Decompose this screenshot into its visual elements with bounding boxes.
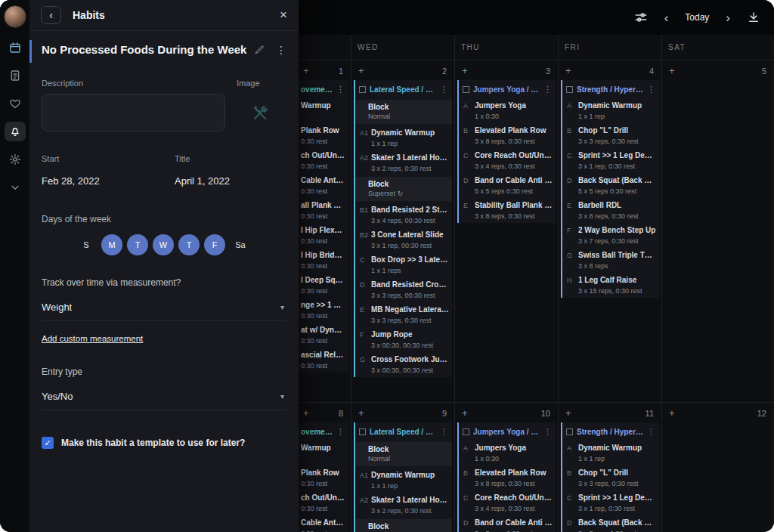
heart-icon[interactable] [5,94,26,113]
exercise-row[interactable]: CSprint >> 1 Leg Declarations3 x 1 rep, … [562,490,659,515]
calendar-icon[interactable] [5,38,26,57]
exercise-row[interactable]: DBand or Cable Anti Rotati...5 x 5 reps … [459,515,556,532]
exercise-row[interactable]: F2 Way Bench Step Up3 x 7 reps, 0:30 res… [562,223,659,248]
workout-checkbox[interactable] [463,428,469,435]
exercise-row[interactable]: AJumpers Yoga1 x 0:30 [459,441,556,466]
exercise-row[interactable]: EMB Negative Lateral Hop...3 x 3 reps, 0… [355,302,452,327]
avatar[interactable] [4,5,26,28]
calendar-cell[interactable]: +12 [662,403,774,532]
gear-icon[interactable] [5,150,26,169]
day-toggle-w[interactable]: W [153,234,174,255]
add-workout-button[interactable]: + [565,407,571,419]
workout-menu-icon[interactable]: ⋮ [543,85,552,94]
workout-card[interactable]: Jumpers Yoga / Core⋮AJumpers Yoga1 x 0:3… [457,422,556,532]
close-icon[interactable]: × [280,8,287,23]
exercise-row[interactable]: AJumpers Yoga1 x 0:30 [459,98,556,123]
workout-checkbox[interactable] [566,428,573,435]
start-date-value[interactable]: Feb 28, 2022 [42,175,175,187]
calendar-cell[interactable]: +2Lateral Speed / Plyo⋮BlockNormalA1Dyna… [351,60,454,403]
add-workout-button[interactable]: + [358,407,364,419]
day-toggle-sa[interactable]: Sa [230,234,251,255]
prev-week-button[interactable]: ‹ [664,11,669,24]
exercise-row[interactable]: CSprint >> 1 Leg Declarations3 x 1 rep, … [562,148,659,173]
add-workout-button[interactable]: + [669,65,675,76]
exercise-row[interactable]: ADynamic Warmup1 x 1 rep [562,98,659,123]
exercise-row[interactable]: A2Skater 3 Lateral Hops >> ...3 x 2 reps… [355,493,452,518]
day-toggle-t[interactable]: T [178,234,200,255]
day-toggle-f[interactable]: F [204,234,225,255]
calendar-cell[interactable]: +11Strength / Hypertro...⋮ADynamic Warmu… [559,403,661,532]
exercise-row[interactable]: EBarbell RDL3 x 8 reps, 0:30 rest [562,198,659,223]
workout-checkbox[interactable] [359,428,366,435]
add-workout-button[interactable]: + [565,65,571,76]
chevron-down-icon[interactable] [5,178,26,197]
exercise-row[interactable]: BElevated Plank Row3 x 8 reps, 0:30 rest [459,123,556,148]
next-week-button[interactable]: › [726,11,730,24]
workout-checkbox[interactable] [566,86,573,93]
workout-card[interactable]: Lateral Speed / Plyo⋮BlockNormalA1Dynami… [354,80,452,377]
entry-type-select[interactable]: Yes/No ▾ [42,387,286,410]
add-workout-button[interactable]: + [462,407,468,419]
exercise-row[interactable]: CCore Reach Out/Under3 x 4 reps, 0:30 re… [459,148,556,173]
exercise-row[interactable]: B23 Cone Lateral Slide3 x 1 rep, 00:30 r… [355,227,452,252]
exercise-row[interactable]: A1Dynamic Warmup1 x 1 rep [355,125,452,150]
measurement-select[interactable]: Weight ▾ [42,298,286,321]
exercise-row[interactable]: A1Dynamic Warmup1 x 1 rep [355,468,452,493]
exercise-row[interactable]: BChop "L" Drill3 x 3 reps, 0:30 rest [562,123,659,148]
download-icon[interactable] [747,11,760,24]
exercise-row[interactable]: DBack Squat (Back Off Set)5 x 5 reps 0:3… [562,173,659,198]
workout-menu-icon[interactable]: ⋮ [336,427,345,437]
exercise-row[interactable]: ADynamic Warmup1 x 1 rep [562,441,659,466]
exercise-row[interactable]: FJump Rope3 x 00:30, 00:30 rest [355,327,452,352]
add-workout-button[interactable]: + [303,407,309,419]
calendar-cell[interactable]: +5 [662,60,774,403]
day-toggle-t[interactable]: T [127,234,148,255]
workout-menu-icon[interactable]: ⋮ [440,427,448,437]
description-input[interactable] [42,94,225,131]
exercise-row[interactable]: DBand or Cable Anti Rotati...5 x 5 reps … [459,173,556,198]
workout-checkbox[interactable] [359,86,366,93]
exercise-row[interactable]: CCore Reach Out/Under3 x 4 reps, 0:30 re… [459,490,556,515]
edit-pencil-icon[interactable] [255,45,265,54]
habit-image-tile[interactable] [234,94,286,133]
end-date-value[interactable]: April 1, 2022 [175,175,230,187]
add-custom-measurement-link[interactable]: Add custom measurement [42,334,143,343]
workout-menu-icon[interactable]: ⋮ [336,85,345,94]
day-toggle-m[interactable]: M [101,234,122,255]
add-workout-button[interactable]: + [303,65,309,76]
bell-icon[interactable] [5,122,26,141]
calendar-cell[interactable]: +9Lateral Speed / Plyo⋮BlockNormalA1Dyna… [351,403,454,532]
exercise-row[interactable]: DBack Squat (Back Off Set)5 x 5 reps 0:3… [562,515,659,532]
calendar-cell[interactable]: +3Jumpers Yoga / Core⋮AJumpers Yoga1 x 0… [455,60,558,403]
exercise-row[interactable]: GSwiss Ball Triple Threat3 x 8 reps [562,248,659,273]
day-toggle-s[interactable]: S [76,234,97,255]
document-icon[interactable] [5,66,26,85]
add-workout-button[interactable]: + [358,65,364,76]
exercise-row[interactable]: BChop "L" Drill3 x 3 reps, 0:30 rest [562,466,659,490]
workout-menu-icon[interactable]: ⋮ [647,427,655,437]
workout-card[interactable]: Lateral Speed / Plyo⋮BlockNormalA1Dynami… [354,422,452,532]
add-workout-button[interactable]: + [669,407,675,419]
today-button[interactable]: Today [685,12,709,23]
workout-card[interactable]: Strength / Hypertro...⋮ADynamic Warmup1 … [561,422,659,532]
add-workout-button[interactable]: + [462,65,468,76]
exercise-row[interactable]: GCross Footwork Jump Rope3 x 00:30, 00:3… [355,352,452,377]
workout-menu-icon[interactable]: ⋮ [647,85,655,94]
exercise-row[interactable]: B1Band Resisted 2 Step Late...3 x 4 reps… [355,203,452,227]
exercise-row[interactable]: CBox Drop >> 3 Lateral H...1 x 1 reps [355,252,452,277]
exercise-row[interactable]: BElevated Plank Row3 x 8 reps, 0:30 rest [459,466,556,490]
exercise-row[interactable]: EStability Ball Plank Linear ...3 x 8 re… [459,198,556,223]
workout-checkbox[interactable] [463,86,469,93]
workout-menu-icon[interactable]: ⋮ [543,427,552,437]
habit-menu-icon[interactable]: ⋮ [276,44,286,56]
filter-sliders-icon[interactable] [634,11,648,24]
exercise-row[interactable]: A2Skater 3 Lateral Hops >> ...3 x 2 reps… [355,150,452,175]
workout-card[interactable]: Jumpers Yoga / Core⋮AJumpers Yoga1 x 0:3… [457,80,556,223]
workout-menu-icon[interactable]: ⋮ [440,85,448,94]
calendar-cell[interactable]: +4Strength / Hypertro...⋮ADynamic Warmup… [559,60,661,403]
exercise-row[interactable]: H1 Leg Calf Raise3 x 15 reps, 0:30 rest [562,273,659,298]
exercise-row[interactable]: DBand Resisted Crossover...3 x 3 reps, 0… [355,277,452,302]
template-checkbox[interactable]: ✓ [42,437,54,449]
workout-card[interactable]: Strength / Hypertro...⋮ADynamic Warmup1 … [561,80,659,298]
calendar-cell[interactable]: +10Jumpers Yoga / Core⋮AJumpers Yoga1 x … [455,403,558,532]
